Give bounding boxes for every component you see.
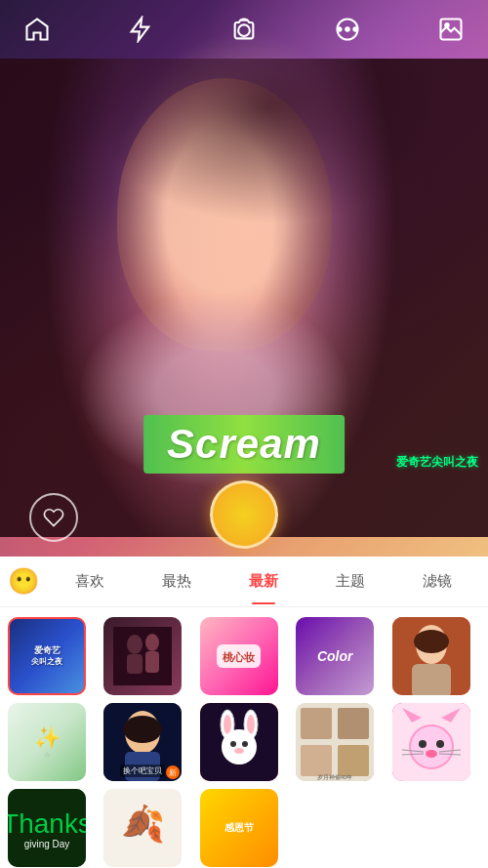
tab-likes[interactable]: 喜欢	[47, 566, 134, 597]
svg-rect-14	[145, 651, 159, 673]
svg-point-42	[419, 740, 427, 748]
svg-rect-10	[113, 627, 172, 685]
filter-item-9[interactable]: 岁月神偷40年	[296, 703, 374, 781]
filter-item-13[interactable]: 感恩节	[200, 789, 278, 867]
svg-rect-34	[338, 708, 369, 739]
svg-point-30	[242, 741, 248, 747]
svg-point-13	[145, 634, 159, 651]
svg-text:🍂: 🍂	[121, 803, 165, 845]
camera-switch-button[interactable]	[226, 12, 262, 47]
capture-button[interactable]	[210, 480, 278, 549]
flash-button[interactable]	[123, 12, 158, 47]
like-button[interactable]	[29, 493, 78, 542]
svg-point-9	[445, 23, 449, 27]
filter-item-6[interactable]: ✨ ☆	[8, 703, 86, 781]
filter-item-3[interactable]: 桃心妆	[200, 617, 278, 695]
camera-viewfinder: Scream 爱奇艺尖叫之夜	[0, 0, 488, 557]
svg-point-18	[414, 630, 449, 653]
color-filter-label: Color	[317, 648, 353, 664]
svg-rect-33	[301, 708, 332, 739]
tab-newest[interactable]: 最新	[221, 566, 307, 597]
filter-item-8[interactable]	[200, 703, 278, 781]
svg-rect-17	[412, 664, 451, 695]
svg-rect-12	[127, 654, 142, 674]
svg-point-43	[436, 740, 444, 748]
filter-item-1[interactable]: 爱奇艺 尖叫之夜	[8, 617, 86, 695]
svg-rect-36	[338, 745, 369, 776]
top-toolbar	[0, 0, 488, 59]
capture-bar	[0, 478, 488, 557]
scream-label: Scream	[143, 415, 345, 474]
music-watermark: 爱奇艺尖叫之夜	[396, 454, 478, 471]
svg-text:giving Day: giving Day	[24, 839, 70, 849]
svg-point-28	[222, 729, 257, 765]
svg-text:岁月神偷40年: 岁月神偷40年	[317, 774, 353, 780]
more-options-button[interactable]	[330, 12, 365, 47]
tab-hot[interactable]: 最热	[134, 566, 221, 597]
filter-grid: 爱奇艺 尖叫之夜 桃心妆 Color ✨ ☆	[0, 607, 488, 868]
filter-item-2[interactable]	[103, 617, 182, 695]
tab-filter[interactable]: 滤镜	[393, 566, 480, 597]
filter-item-12[interactable]: 🍂	[103, 789, 182, 867]
svg-text:Thanks: Thanks	[8, 808, 86, 839]
svg-point-11	[127, 635, 142, 654]
svg-rect-35	[301, 745, 332, 776]
filter-item-4[interactable]: Color	[296, 617, 374, 695]
svg-point-22	[123, 716, 162, 743]
svg-point-0	[238, 24, 250, 36]
svg-point-27	[247, 715, 255, 734]
tab-theme[interactable]: 主题	[306, 566, 393, 597]
svg-point-31	[234, 748, 244, 754]
filter-item-7[interactable]: 换个吧宝贝 新	[103, 703, 182, 781]
filter-item-11[interactable]: Thanks giving Day	[8, 789, 86, 867]
filter-item-10[interactable]	[392, 703, 470, 781]
gallery-button[interactable]	[433, 12, 468, 47]
svg-point-41	[410, 725, 453, 768]
home-button[interactable]	[20, 12, 55, 47]
filter-item-5[interactable]	[392, 617, 470, 695]
filter-tab-bar: 😶 喜欢 最热 最新 主题 滤镜	[0, 557, 488, 607]
face-emoji-tab[interactable]: 😶	[8, 566, 39, 597]
svg-point-44	[426, 750, 437, 758]
svg-point-29	[230, 741, 236, 747]
svg-point-26	[224, 715, 231, 734]
